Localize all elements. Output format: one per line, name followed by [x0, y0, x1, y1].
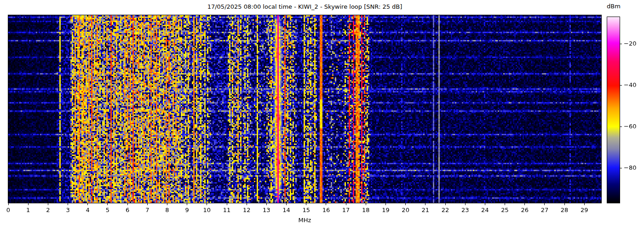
spectrogram-figure: 17/05/2025 08:00 local time - KIWI_2 - S… [0, 0, 644, 230]
x-tick-mark [28, 203, 29, 205]
x-tick-label: 19 [378, 207, 393, 213]
x-tick-mark [326, 203, 326, 205]
x-tick-label: 20 [398, 207, 414, 213]
x-tick-mark [127, 203, 128, 205]
x-tick-mark [385, 203, 386, 205]
x-tick-label: 8 [159, 207, 175, 213]
x-tick-mark [48, 203, 48, 205]
x-tick-label: 11 [219, 207, 235, 213]
chart-title: 17/05/2025 08:00 local time - KIWI_2 - S… [8, 3, 601, 11]
x-axis-label: MHz [8, 217, 601, 224]
x-tick-label: 12 [239, 207, 254, 213]
x-tick-mark [524, 203, 525, 205]
x-tick-label: 17 [338, 207, 354, 213]
x-tick-mark [445, 203, 446, 205]
x-tick-mark [107, 203, 108, 205]
spectrogram-heatmap [8, 15, 601, 203]
x-tick-mark [266, 203, 267, 205]
x-tick-label: 14 [279, 207, 294, 213]
x-tick-label: 10 [199, 207, 215, 213]
x-tick-mark [346, 203, 346, 205]
colorbar-tick-mark [620, 44, 622, 44]
x-tick-label: 29 [576, 207, 592, 213]
x-tick-mark [584, 203, 585, 205]
x-tick-label: 4 [80, 207, 96, 213]
x-tick-label: 7 [139, 207, 155, 213]
x-tick-label: 0 [0, 207, 16, 213]
x-tick-mark [167, 203, 167, 205]
x-tick-label: 13 [259, 207, 274, 213]
colorbar-tick-label: −40 [624, 81, 642, 88]
x-tick-mark [405, 203, 406, 205]
x-tick-label: 15 [299, 207, 314, 213]
x-tick-label: 18 [358, 207, 374, 213]
x-tick-mark [485, 203, 485, 205]
x-tick-mark [227, 203, 227, 205]
x-tick-mark [306, 203, 306, 205]
x-tick-label: 22 [437, 207, 453, 213]
x-tick-mark [187, 203, 187, 205]
x-tick-label: 25 [497, 207, 513, 213]
x-tick-mark [207, 203, 207, 205]
x-tick-mark [544, 203, 545, 205]
colorbar [607, 17, 620, 203]
x-tick-mark [286, 203, 287, 205]
x-tick-mark [465, 203, 466, 205]
x-tick-label: 23 [457, 207, 473, 213]
x-tick-mark [425, 203, 426, 205]
x-tick-label: 21 [418, 207, 433, 213]
x-tick-mark [247, 203, 247, 205]
colorbar-unit-label: dBm [602, 3, 626, 10]
x-tick-label: 1 [20, 207, 36, 213]
colorbar-tick-label: −60 [624, 123, 642, 130]
x-tick-label: 26 [517, 207, 533, 213]
colorbar-tick-mark [620, 126, 622, 127]
colorbar-tick-mark [620, 168, 622, 168]
x-tick-mark [366, 203, 366, 205]
x-tick-mark [505, 203, 505, 205]
x-tick-mark [87, 203, 88, 205]
x-tick-label: 2 [40, 207, 56, 213]
colorbar-tick-label: −80 [624, 164, 642, 171]
x-tick-mark [147, 203, 148, 205]
x-tick-label: 28 [557, 207, 572, 213]
x-tick-label: 3 [60, 207, 76, 213]
x-tick-mark [564, 203, 565, 205]
x-tick-label: 5 [100, 207, 115, 213]
x-tick-label: 6 [120, 207, 135, 213]
x-tick-mark [68, 203, 68, 205]
x-tick-label: 9 [179, 207, 195, 213]
x-tick-label: 16 [318, 207, 334, 213]
x-tick-label: 27 [537, 207, 552, 213]
x-tick-mark [8, 203, 9, 205]
colorbar-tick-mark [620, 85, 622, 86]
x-tick-label: 24 [477, 207, 493, 213]
colorbar-tick-label: −20 [624, 40, 642, 47]
